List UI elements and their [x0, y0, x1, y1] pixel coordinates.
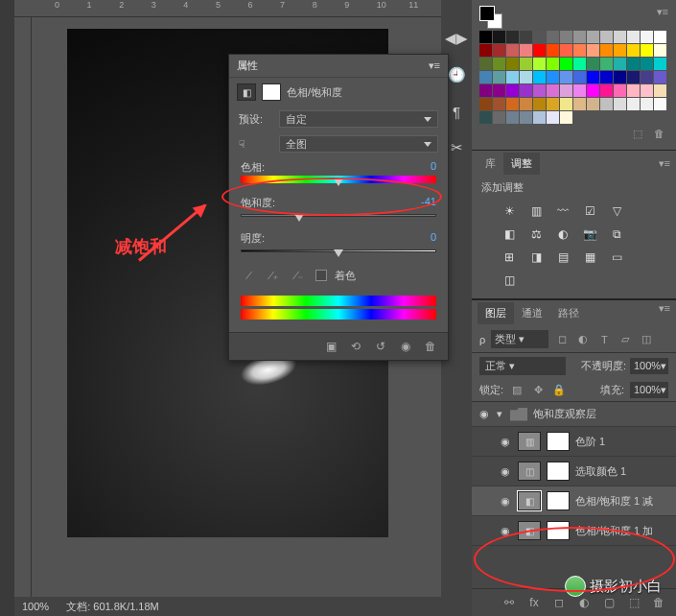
swatch-color[interactable]	[506, 98, 519, 110]
swatch-color[interactable]	[587, 31, 599, 43]
swatch-color[interactable]	[560, 98, 572, 110]
levels-icon[interactable]: ▥	[525, 202, 547, 220]
swatch-color[interactable]	[547, 98, 559, 110]
swatch-color[interactable]	[520, 58, 532, 70]
swatch-color[interactable]	[627, 71, 640, 83]
swatch-color[interactable]	[641, 84, 653, 97]
hue-value[interactable]: 0	[398, 160, 436, 175]
swatch-color[interactable]	[520, 111, 532, 124]
swatch-color[interactable]	[587, 84, 599, 97]
layer-mask-icon[interactable]	[547, 521, 570, 540]
layer-hsl-increase[interactable]: ◉ ◧ 色相/饱和度 1 加	[472, 516, 676, 546]
expand-caret-icon[interactable]: ▾	[497, 408, 502, 420]
swatch-color[interactable]	[560, 71, 572, 83]
filter-smart-icon[interactable]: ◫	[639, 333, 654, 345]
swatch-color[interactable]	[506, 31, 519, 43]
swatch-color[interactable]	[600, 71, 613, 83]
foreground-background-swatch[interactable]	[479, 6, 506, 29]
photo-filter-icon[interactable]: 📷	[579, 225, 600, 243]
opacity-input[interactable]: 100%▾	[630, 358, 668, 374]
swatch-color[interactable]	[614, 84, 626, 97]
fill-input[interactable]: 100%▾	[630, 382, 668, 398]
swatch-color[interactable]	[600, 98, 613, 110]
layer-thumb-icon[interactable]: ◧	[518, 491, 541, 510]
toggle-visibility-icon[interactable]: ◉	[398, 339, 413, 354]
swatch-color[interactable]	[560, 44, 572, 57]
swatch-color[interactable]	[641, 71, 653, 83]
swatch-color[interactable]	[493, 31, 505, 43]
filter-shape-icon[interactable]: ▱	[618, 333, 633, 345]
bw-icon[interactable]: ◐	[552, 225, 573, 243]
trash-icon[interactable]: 🗑	[423, 339, 438, 354]
swatch-color[interactable]	[479, 84, 492, 97]
new-swatch-icon[interactable]: ⬚	[633, 128, 642, 140]
swatch-color[interactable]	[547, 31, 559, 43]
swatch-color[interactable]	[560, 31, 572, 43]
delete-layer-icon[interactable]: 🗑	[651, 595, 666, 610]
delete-swatch-icon[interactable]: 🗑	[654, 128, 664, 140]
swatch-color[interactable]	[654, 44, 666, 57]
add-mask-icon[interactable]: ◻	[551, 595, 567, 610]
swatch-color[interactable]	[614, 71, 626, 83]
eyedropper-icon[interactable]: ⁄	[241, 267, 258, 284]
swatch-color[interactable]	[493, 58, 505, 70]
swatch-color[interactable]	[506, 71, 519, 83]
layer-group[interactable]: ◉ ▾ 饱和度观察层	[472, 402, 676, 427]
hue-slider[interactable]	[241, 176, 436, 189]
layer-thumb-icon[interactable]: ▥	[518, 432, 541, 451]
adjustments-panel-menu-icon[interactable]: ▾≡	[659, 157, 670, 170]
mask-icon[interactable]	[262, 83, 281, 101]
swatch-color[interactable]	[641, 98, 653, 110]
swatch-color[interactable]	[493, 84, 505, 97]
swatch-color[interactable]	[493, 44, 505, 57]
swatch-color[interactable]	[627, 31, 640, 43]
swatch-color[interactable]	[573, 84, 586, 97]
filter-type-icon[interactable]: T	[596, 334, 612, 345]
tab-layers[interactable]: 图层	[478, 302, 514, 324]
swatch-color[interactable]	[479, 31, 492, 43]
swatches-panel-menu-icon[interactable]: ▾≡	[657, 6, 668, 29]
eyedropper-add-icon[interactable]: ⁄₊	[266, 267, 283, 284]
swatch-color[interactable]	[654, 71, 666, 83]
swatch-color[interactable]	[627, 98, 640, 110]
curves-icon[interactable]: 〰	[552, 202, 573, 220]
brightness-contrast-icon[interactable]: ☀	[499, 202, 520, 220]
swatch-color[interactable]	[614, 58, 626, 70]
tab-paths[interactable]: 路径	[550, 302, 587, 324]
layer-name[interactable]: 色相/饱和度 1 减	[575, 494, 653, 509]
layers-panel-menu-icon[interactable]: ▾≡	[659, 302, 670, 324]
swatch-color[interactable]	[479, 58, 492, 70]
swatch-color[interactable]	[641, 44, 653, 57]
swatch-color[interactable]	[533, 98, 546, 110]
link-layers-icon[interactable]: ⚯	[501, 595, 517, 610]
colorize-checkbox[interactable]	[315, 270, 327, 281]
filter-adjustment-icon[interactable]: ◐	[575, 333, 591, 345]
lock-pixels-icon[interactable]: ▨	[509, 384, 524, 396]
layer-name[interactable]: 饱和度观察层	[533, 407, 596, 421]
swatch-color[interactable]	[641, 58, 653, 70]
swatch-color[interactable]	[533, 111, 546, 124]
swatch-color[interactable]	[520, 98, 532, 110]
layer-levels[interactable]: ◉ ▥ 色阶 1	[472, 427, 676, 457]
lock-all-icon[interactable]: 🔒	[551, 384, 567, 396]
swatch-color[interactable]	[506, 44, 519, 57]
swatch-color[interactable]	[573, 98, 586, 110]
layer-style-icon[interactable]: fx	[526, 595, 542, 610]
visibility-toggle-icon[interactable]: ◉	[499, 435, 512, 448]
swatch-color[interactable]	[600, 44, 613, 57]
swatch-color[interactable]	[520, 31, 532, 43]
layer-name[interactable]: 色相/饱和度 1 加	[575, 524, 653, 538]
selective-color-icon[interactable]: ◫	[499, 272, 520, 289]
swatch-color[interactable]	[547, 44, 559, 57]
clip-to-layer-icon[interactable]: ▣	[323, 339, 338, 354]
layer-thumb-icon[interactable]: ◫	[518, 462, 541, 481]
swatch-color[interactable]	[479, 44, 492, 57]
swatch-color[interactable]	[573, 44, 586, 57]
tab-channels[interactable]: 通道	[514, 302, 550, 324]
swatch-color[interactable]	[547, 111, 559, 124]
color-balance-icon[interactable]: ⚖	[525, 225, 547, 243]
threshold-icon[interactable]: ▦	[579, 249, 600, 266]
swatch-color[interactable]	[627, 84, 640, 97]
swatch-color[interactable]	[654, 31, 666, 43]
panel-menu-icon[interactable]: ▾≡	[429, 59, 440, 72]
